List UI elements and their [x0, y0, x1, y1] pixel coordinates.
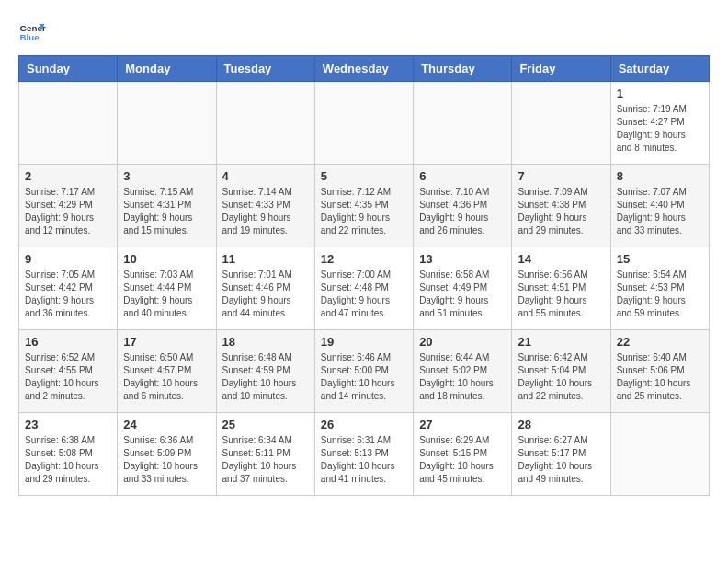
- day-number: 23: [25, 418, 111, 431]
- day-number: 19: [321, 335, 407, 349]
- day-info: Sunrise: 7:14 AM Sunset: 4:33 PM Dayligh…: [222, 186, 309, 237]
- calendar-cell: [610, 413, 709, 496]
- day-number: 3: [123, 169, 210, 183]
- day-number: 25: [222, 418, 309, 431]
- calendar-cell: [314, 82, 413, 165]
- column-header-friday: Friday: [512, 56, 610, 82]
- calendar-table: SundayMondayTuesdayWednesdayThursdayFrid…: [18, 55, 710, 496]
- calendar-cell: [512, 82, 610, 165]
- day-number: 10: [123, 252, 210, 266]
- calendar-cell: [118, 82, 216, 165]
- calendar-week-2: 2Sunrise: 7:17 AM Sunset: 4:29 PM Daylig…: [19, 165, 710, 247]
- day-info: Sunrise: 7:09 AM Sunset: 4:38 PM Dayligh…: [518, 186, 604, 237]
- day-number: 26: [321, 418, 407, 431]
- day-info: Sunrise: 7:15 AM Sunset: 4:31 PM Dayligh…: [123, 186, 210, 237]
- day-info: Sunrise: 7:05 AM Sunset: 4:42 PM Dayligh…: [25, 269, 111, 320]
- svg-text:Blue: Blue: [20, 32, 40, 42]
- day-number: 2: [25, 169, 111, 183]
- day-info: Sunrise: 6:56 AM Sunset: 4:51 PM Dayligh…: [518, 269, 604, 320]
- calendar-cell: 1Sunrise: 7:19 AM Sunset: 4:27 PM Daylig…: [610, 82, 709, 165]
- calendar-cell: [19, 82, 118, 165]
- day-number: 1: [617, 86, 703, 100]
- day-number: 15: [617, 252, 703, 266]
- day-info: Sunrise: 6:58 AM Sunset: 4:49 PM Dayligh…: [419, 269, 506, 320]
- calendar-cell: 18Sunrise: 6:48 AM Sunset: 4:59 PM Dayli…: [216, 330, 314, 413]
- day-number: 17: [123, 335, 210, 349]
- calendar-cell: 16Sunrise: 6:52 AM Sunset: 4:55 PM Dayli…: [19, 330, 118, 413]
- day-info: Sunrise: 6:50 AM Sunset: 4:57 PM Dayligh…: [123, 351, 210, 403]
- calendar-cell: 27Sunrise: 6:29 AM Sunset: 5:15 PM Dayli…: [414, 413, 512, 496]
- day-number: 20: [419, 335, 506, 349]
- day-number: 7: [518, 169, 604, 183]
- calendar-cell: 8Sunrise: 7:07 AM Sunset: 4:40 PM Daylig…: [610, 165, 709, 247]
- column-header-wednesday: Wednesday: [314, 56, 413, 82]
- day-number: 24: [123, 418, 210, 431]
- day-number: 27: [419, 418, 506, 431]
- calendar-header-row: SundayMondayTuesdayWednesdayThursdayFrid…: [19, 56, 710, 82]
- day-info: Sunrise: 7:01 AM Sunset: 4:46 PM Dayligh…: [222, 269, 309, 320]
- day-info: Sunrise: 7:12 AM Sunset: 4:35 PM Dayligh…: [321, 186, 407, 237]
- calendar-cell: 12Sunrise: 7:00 AM Sunset: 4:48 PM Dayli…: [314, 247, 413, 330]
- calendar-cell: 10Sunrise: 7:03 AM Sunset: 4:44 PM Dayli…: [118, 247, 216, 330]
- calendar-cell: 6Sunrise: 7:10 AM Sunset: 4:36 PM Daylig…: [414, 165, 512, 247]
- calendar-week-4: 16Sunrise: 6:52 AM Sunset: 4:55 PM Dayli…: [19, 330, 710, 413]
- calendar-week-1: 1Sunrise: 7:19 AM Sunset: 4:27 PM Daylig…: [19, 82, 710, 165]
- calendar-cell: [414, 82, 512, 165]
- day-info: Sunrise: 7:00 AM Sunset: 4:48 PM Dayligh…: [321, 269, 407, 320]
- calendar-cell: 7Sunrise: 7:09 AM Sunset: 4:38 PM Daylig…: [512, 165, 610, 247]
- calendar-cell: 4Sunrise: 7:14 AM Sunset: 4:33 PM Daylig…: [216, 165, 314, 247]
- calendar-cell: 28Sunrise: 6:27 AM Sunset: 5:17 PM Dayli…: [512, 413, 610, 496]
- day-number: 28: [518, 418, 604, 431]
- column-header-sunday: Sunday: [19, 56, 118, 82]
- day-number: 11: [222, 252, 309, 266]
- calendar-cell: 13Sunrise: 6:58 AM Sunset: 4:49 PM Dayli…: [414, 247, 512, 330]
- calendar-cell: 19Sunrise: 6:46 AM Sunset: 5:00 PM Dayli…: [314, 330, 413, 413]
- day-number: 9: [25, 252, 111, 266]
- day-info: Sunrise: 7:17 AM Sunset: 4:29 PM Dayligh…: [25, 186, 111, 237]
- calendar-cell: [216, 82, 314, 165]
- calendar-cell: 22Sunrise: 6:40 AM Sunset: 5:06 PM Dayli…: [610, 330, 709, 413]
- day-number: 22: [617, 335, 703, 349]
- calendar-cell: 3Sunrise: 7:15 AM Sunset: 4:31 PM Daylig…: [118, 165, 216, 247]
- calendar-cell: 15Sunrise: 6:54 AM Sunset: 4:53 PM Dayli…: [610, 247, 709, 330]
- day-info: Sunrise: 7:19 AM Sunset: 4:27 PM Dayligh…: [617, 103, 703, 155]
- page-header: General Blue: [18, 18, 710, 46]
- column-header-tuesday: Tuesday: [216, 56, 314, 82]
- calendar-cell: 23Sunrise: 6:38 AM Sunset: 5:08 PM Dayli…: [19, 413, 118, 496]
- calendar-cell: 14Sunrise: 6:56 AM Sunset: 4:51 PM Dayli…: [512, 247, 610, 330]
- day-number: 21: [518, 335, 604, 349]
- calendar-cell: 11Sunrise: 7:01 AM Sunset: 4:46 PM Dayli…: [216, 247, 314, 330]
- day-info: Sunrise: 6:46 AM Sunset: 5:00 PM Dayligh…: [321, 351, 407, 403]
- calendar-cell: 2Sunrise: 7:17 AM Sunset: 4:29 PM Daylig…: [19, 165, 118, 247]
- day-info: Sunrise: 6:52 AM Sunset: 4:55 PM Dayligh…: [25, 351, 111, 403]
- day-info: Sunrise: 6:34 AM Sunset: 5:11 PM Dayligh…: [222, 434, 309, 486]
- day-info: Sunrise: 6:38 AM Sunset: 5:08 PM Dayligh…: [25, 434, 111, 486]
- day-info: Sunrise: 6:42 AM Sunset: 5:04 PM Dayligh…: [518, 351, 604, 403]
- day-number: 6: [419, 169, 506, 183]
- day-number: 18: [222, 335, 309, 349]
- day-number: 14: [518, 252, 604, 266]
- calendar-cell: 20Sunrise: 6:44 AM Sunset: 5:02 PM Dayli…: [414, 330, 512, 413]
- calendar-cell: 24Sunrise: 6:36 AM Sunset: 5:09 PM Dayli…: [118, 413, 216, 496]
- day-number: 13: [419, 252, 506, 266]
- column-header-saturday: Saturday: [610, 56, 709, 82]
- calendar-cell: 17Sunrise: 6:50 AM Sunset: 4:57 PM Dayli…: [118, 330, 216, 413]
- day-info: Sunrise: 6:31 AM Sunset: 5:13 PM Dayligh…: [321, 434, 407, 486]
- calendar-cell: 25Sunrise: 6:34 AM Sunset: 5:11 PM Dayli…: [216, 413, 314, 496]
- day-info: Sunrise: 6:29 AM Sunset: 5:15 PM Dayligh…: [419, 434, 506, 486]
- column-header-thursday: Thursday: [414, 56, 512, 82]
- day-number: 5: [321, 169, 407, 183]
- day-info: Sunrise: 6:54 AM Sunset: 4:53 PM Dayligh…: [617, 269, 703, 320]
- day-number: 12: [321, 252, 407, 266]
- calendar-week-3: 9Sunrise: 7:05 AM Sunset: 4:42 PM Daylig…: [19, 247, 710, 330]
- logo: General Blue: [18, 18, 46, 46]
- calendar-cell: 26Sunrise: 6:31 AM Sunset: 5:13 PM Dayli…: [314, 413, 413, 496]
- day-info: Sunrise: 7:03 AM Sunset: 4:44 PM Dayligh…: [123, 269, 210, 320]
- calendar-cell: 5Sunrise: 7:12 AM Sunset: 4:35 PM Daylig…: [314, 165, 413, 247]
- day-info: Sunrise: 6:44 AM Sunset: 5:02 PM Dayligh…: [419, 351, 506, 403]
- day-info: Sunrise: 7:07 AM Sunset: 4:40 PM Dayligh…: [617, 186, 703, 237]
- day-info: Sunrise: 6:36 AM Sunset: 5:09 PM Dayligh…: [123, 434, 210, 486]
- column-header-monday: Monday: [118, 56, 216, 82]
- calendar-cell: 21Sunrise: 6:42 AM Sunset: 5:04 PM Dayli…: [512, 330, 610, 413]
- calendar-cell: 9Sunrise: 7:05 AM Sunset: 4:42 PM Daylig…: [19, 247, 118, 330]
